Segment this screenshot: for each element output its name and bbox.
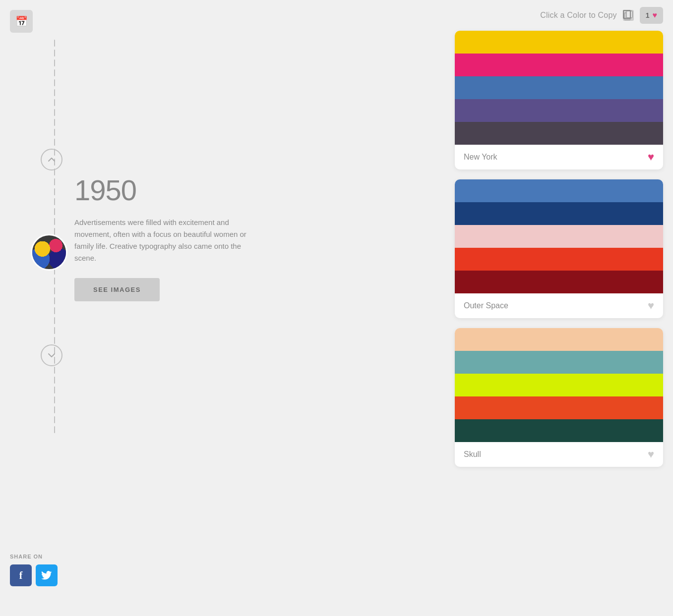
palette-name: Skull [464, 450, 481, 459]
timeline-segment [54, 208, 55, 215]
color-swatch[interactable] [455, 179, 663, 202]
heart-empty-icon: ♥ [648, 299, 654, 312]
heart-filled-icon: ♥ [648, 151, 654, 163]
timeline-segment [54, 109, 55, 116]
like-button[interactable]: ♥ [648, 299, 654, 312]
timeline-segment [54, 59, 55, 66]
palette-swatches [455, 31, 663, 145]
palette-footer: Outer Space♥ [455, 293, 663, 318]
timeline-segment [54, 278, 55, 284]
top-bar: Click a Color to Copy 1 ♥ [455, 0, 663, 31]
color-swatch[interactable] [455, 225, 663, 248]
timeline-segment [54, 40, 55, 47]
year-description: Advertisements were filled with exciteme… [74, 217, 263, 264]
timeline-segment [54, 139, 55, 146]
timeline-segment [54, 188, 55, 195]
share-buttons: f [10, 564, 58, 586]
facebook-icon: f [19, 570, 23, 581]
share-label: SHARE ON [10, 554, 58, 560]
heart-empty-icon: ♥ [648, 448, 654, 460]
timeline-segment [54, 317, 55, 324]
timeline-line [54, 40, 55, 586]
timeline-segment [54, 297, 55, 304]
timeline-segment [54, 50, 55, 56]
timeline-segment [54, 89, 55, 96]
timeline-segment [54, 387, 55, 393]
right-panel: Click a Color to Copy 1 ♥ New York♥Outer… [450, 0, 673, 616]
year-number: 1950 [74, 173, 263, 207]
timeline-segment [54, 198, 55, 205]
timeline-segment [54, 99, 55, 106]
twitter-icon [41, 571, 52, 580]
nav-up-button[interactable] [41, 149, 62, 170]
heart-filled-icon: ♥ [653, 11, 658, 20]
timeline-segment [54, 327, 55, 334]
likes-count: 1 [646, 11, 650, 19]
palette-swatches [455, 179, 663, 293]
timeline-segment [54, 426, 55, 433]
color-swatch[interactable] [455, 76, 663, 99]
timeline-segment [54, 406, 55, 413]
timeline-segment [54, 307, 55, 314]
color-swatch[interactable] [455, 122, 663, 145]
palette-card: Outer Space♥ [455, 179, 663, 318]
timeline-segment [54, 377, 55, 384]
year-content: 1950 Advertisements were filled with exc… [74, 173, 263, 301]
color-swatch[interactable] [455, 351, 663, 374]
svg-rect-1 [626, 11, 632, 18]
timeline-segment [54, 69, 55, 76]
calendar-button[interactable]: 📅 [10, 10, 33, 33]
color-swatch[interactable] [455, 271, 663, 293]
timeline-segment [54, 218, 55, 225]
like-button[interactable]: ♥ [648, 151, 654, 164]
svg-rect-0 [624, 13, 630, 20]
avatar [31, 234, 67, 271]
color-swatch[interactable] [455, 396, 663, 419]
copy-icon [623, 10, 634, 21]
see-images-button[interactable]: SEE IMAGES [74, 278, 160, 301]
palette-card: Skull♥ [455, 328, 663, 467]
color-swatch[interactable] [455, 99, 663, 122]
timeline-segment [54, 337, 55, 344]
timeline-segment [54, 178, 55, 185]
facebook-share-button[interactable]: f [10, 564, 32, 586]
color-swatch[interactable] [455, 419, 663, 442]
palette-card: New York♥ [455, 31, 663, 169]
palette-swatches [455, 328, 663, 442]
nav-down-button[interactable] [41, 344, 62, 366]
color-swatch[interactable] [455, 374, 663, 396]
share-section: SHARE ON f [10, 554, 58, 586]
likes-badge[interactable]: 1 ♥ [640, 7, 663, 24]
calendar-icon: 📅 [15, 15, 28, 27]
timeline-segment [54, 228, 55, 235]
timeline-segment [54, 129, 55, 136]
palette-footer: Skull♥ [455, 442, 663, 467]
palettes-container: New York♥Outer Space♥Skull♥ [455, 31, 663, 477]
timeline-segment [54, 79, 55, 86]
twitter-share-button[interactable] [36, 564, 58, 586]
color-swatch[interactable] [455, 31, 663, 54]
timeline-segment [54, 287, 55, 294]
like-button[interactable]: ♥ [648, 448, 654, 461]
color-swatch[interactable] [455, 328, 663, 351]
color-swatch[interactable] [455, 202, 663, 225]
timeline-segment [54, 416, 55, 423]
timeline-segment [54, 396, 55, 403]
color-swatch[interactable] [455, 248, 663, 271]
left-panel: 📅 [0, 0, 450, 616]
palette-footer: New York♥ [455, 145, 663, 169]
palette-name: New York [464, 153, 497, 162]
palette-name: Outer Space [464, 301, 508, 310]
timeline-segment [54, 367, 55, 374]
color-swatch[interactable] [455, 54, 663, 76]
timeline-segment [54, 119, 55, 126]
click-color-label: Click a Color to Copy [540, 11, 616, 20]
